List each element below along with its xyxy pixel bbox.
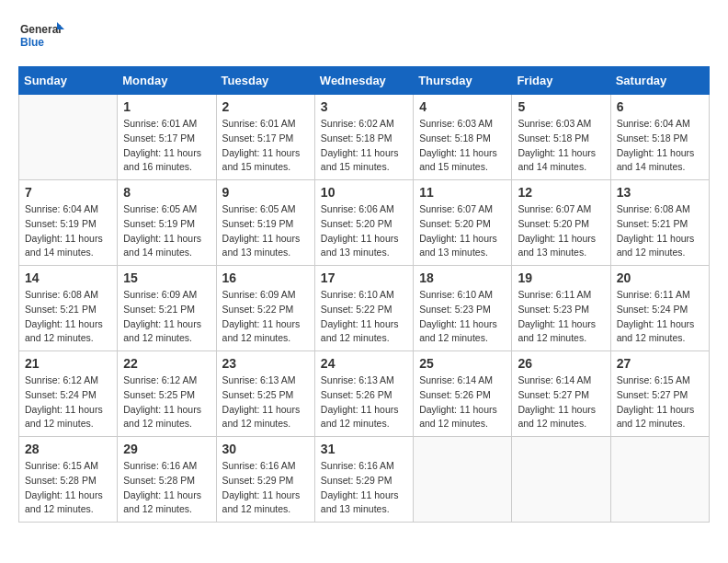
calendar-cell: 1 Sunrise: 6:01 AM Sunset: 5:17 PM Dayli… xyxy=(118,95,216,180)
calendar-cell xyxy=(414,437,512,523)
weekday-header-friday: Friday xyxy=(512,67,610,95)
calendar-week-1: 1 Sunrise: 6:01 AM Sunset: 5:17 PM Dayli… xyxy=(19,95,710,180)
day-info: Sunrise: 6:13 AM Sunset: 5:26 PM Dayligh… xyxy=(321,373,407,431)
day-number: 8 xyxy=(123,185,210,200)
day-info: Sunrise: 6:02 AM Sunset: 5:18 PM Dayligh… xyxy=(321,117,407,175)
day-number: 12 xyxy=(518,185,604,200)
weekday-header-row: SundayMondayTuesdayWednesdayThursdayFrid… xyxy=(19,67,710,95)
calendar-cell: 4 Sunrise: 6:03 AM Sunset: 5:18 PM Dayli… xyxy=(414,95,512,180)
calendar-header: SundayMondayTuesdayWednesdayThursdayFrid… xyxy=(19,67,710,95)
page-header: General Blue xyxy=(18,18,710,57)
day-number: 19 xyxy=(518,270,604,285)
day-info: Sunrise: 6:04 AM Sunset: 5:18 PM Dayligh… xyxy=(617,117,703,175)
day-info: Sunrise: 6:03 AM Sunset: 5:18 PM Dayligh… xyxy=(518,117,604,175)
logo-svg: General Blue xyxy=(18,18,64,57)
day-number: 7 xyxy=(25,185,111,200)
day-info: Sunrise: 6:06 AM Sunset: 5:20 PM Dayligh… xyxy=(321,202,407,260)
day-info: Sunrise: 6:12 AM Sunset: 5:24 PM Dayligh… xyxy=(25,373,111,431)
day-number: 6 xyxy=(617,99,703,114)
day-number: 9 xyxy=(222,185,309,200)
day-info: Sunrise: 6:01 AM Sunset: 5:17 PM Dayligh… xyxy=(123,117,210,175)
day-info: Sunrise: 6:05 AM Sunset: 5:19 PM Dayligh… xyxy=(123,202,210,260)
day-info: Sunrise: 6:13 AM Sunset: 5:25 PM Dayligh… xyxy=(222,373,309,431)
weekday-header-saturday: Saturday xyxy=(610,67,709,95)
svg-text:General: General xyxy=(20,23,62,36)
calendar-cell: 18 Sunrise: 6:10 AM Sunset: 5:23 PM Dayl… xyxy=(414,266,512,351)
day-info: Sunrise: 6:08 AM Sunset: 5:21 PM Dayligh… xyxy=(25,288,111,346)
day-number: 28 xyxy=(25,442,111,456)
calendar-cell xyxy=(512,437,610,523)
calendar-cell: 14 Sunrise: 6:08 AM Sunset: 5:21 PM Dayl… xyxy=(19,266,118,351)
day-number: 30 xyxy=(222,442,309,456)
calendar-cell: 19 Sunrise: 6:11 AM Sunset: 5:23 PM Dayl… xyxy=(512,266,610,351)
calendar-cell: 23 Sunrise: 6:13 AM Sunset: 5:25 PM Dayl… xyxy=(216,351,314,437)
day-info: Sunrise: 6:11 AM Sunset: 5:24 PM Dayligh… xyxy=(617,288,703,346)
day-info: Sunrise: 6:11 AM Sunset: 5:23 PM Dayligh… xyxy=(518,288,604,346)
calendar-cell: 21 Sunrise: 6:12 AM Sunset: 5:24 PM Dayl… xyxy=(19,351,118,437)
day-info: Sunrise: 6:08 AM Sunset: 5:21 PM Dayligh… xyxy=(617,202,703,260)
day-info: Sunrise: 6:09 AM Sunset: 5:21 PM Dayligh… xyxy=(123,288,210,346)
calendar-cell: 28 Sunrise: 6:15 AM Sunset: 5:28 PM Dayl… xyxy=(19,437,118,523)
day-info: Sunrise: 6:07 AM Sunset: 5:20 PM Dayligh… xyxy=(419,202,506,260)
day-info: Sunrise: 6:01 AM Sunset: 5:17 PM Dayligh… xyxy=(222,117,309,175)
day-number: 22 xyxy=(123,356,210,371)
calendar-cell: 13 Sunrise: 6:08 AM Sunset: 5:21 PM Dayl… xyxy=(610,180,709,266)
calendar-cell: 2 Sunrise: 6:01 AM Sunset: 5:17 PM Dayli… xyxy=(216,95,314,180)
logo: General Blue xyxy=(18,18,64,57)
svg-text:Blue: Blue xyxy=(20,36,44,49)
calendar-cell: 11 Sunrise: 6:07 AM Sunset: 5:20 PM Dayl… xyxy=(414,180,512,266)
day-info: Sunrise: 6:07 AM Sunset: 5:20 PM Dayligh… xyxy=(518,202,604,260)
day-number: 13 xyxy=(617,185,703,200)
day-info: Sunrise: 6:16 AM Sunset: 5:29 PM Dayligh… xyxy=(222,459,309,517)
day-number: 14 xyxy=(25,270,111,285)
calendar-cell: 8 Sunrise: 6:05 AM Sunset: 5:19 PM Dayli… xyxy=(118,180,216,266)
calendar-cell: 29 Sunrise: 6:16 AM Sunset: 5:28 PM Dayl… xyxy=(118,437,216,523)
day-number: 29 xyxy=(123,442,210,456)
day-number: 31 xyxy=(321,442,407,456)
day-number: 25 xyxy=(419,356,506,371)
day-number: 27 xyxy=(617,356,703,371)
day-info: Sunrise: 6:04 AM Sunset: 5:19 PM Dayligh… xyxy=(25,202,111,260)
day-number: 18 xyxy=(419,270,506,285)
weekday-header-sunday: Sunday xyxy=(19,67,118,95)
day-number: 15 xyxy=(123,270,210,285)
weekday-header-thursday: Thursday xyxy=(414,67,512,95)
weekday-header-monday: Monday xyxy=(118,67,216,95)
weekday-header-wednesday: Wednesday xyxy=(314,67,413,95)
calendar-cell xyxy=(19,95,118,180)
day-info: Sunrise: 6:15 AM Sunset: 5:27 PM Dayligh… xyxy=(617,373,703,431)
calendar-cell: 9 Sunrise: 6:05 AM Sunset: 5:19 PM Dayli… xyxy=(216,180,314,266)
day-info: Sunrise: 6:15 AM Sunset: 5:28 PM Dayligh… xyxy=(25,459,111,517)
day-info: Sunrise: 6:05 AM Sunset: 5:19 PM Dayligh… xyxy=(222,202,309,260)
day-number: 21 xyxy=(25,356,111,371)
calendar-cell: 30 Sunrise: 6:16 AM Sunset: 5:29 PM Dayl… xyxy=(216,437,314,523)
day-number: 20 xyxy=(617,270,703,285)
day-info: Sunrise: 6:14 AM Sunset: 5:27 PM Dayligh… xyxy=(518,373,604,431)
calendar-cell: 26 Sunrise: 6:14 AM Sunset: 5:27 PM Dayl… xyxy=(512,351,610,437)
day-info: Sunrise: 6:12 AM Sunset: 5:25 PM Dayligh… xyxy=(123,373,210,431)
day-number: 5 xyxy=(518,99,604,114)
calendar-cell: 6 Sunrise: 6:04 AM Sunset: 5:18 PM Dayli… xyxy=(610,95,709,180)
day-number: 26 xyxy=(518,356,604,371)
calendar-week-2: 7 Sunrise: 6:04 AM Sunset: 5:19 PM Dayli… xyxy=(19,180,710,266)
day-number: 10 xyxy=(321,185,407,200)
day-info: Sunrise: 6:09 AM Sunset: 5:22 PM Dayligh… xyxy=(222,288,309,346)
calendar-cell: 16 Sunrise: 6:09 AM Sunset: 5:22 PM Dayl… xyxy=(216,266,314,351)
calendar-cell: 27 Sunrise: 6:15 AM Sunset: 5:27 PM Dayl… xyxy=(610,351,709,437)
day-number: 1 xyxy=(123,99,210,114)
calendar-week-4: 21 Sunrise: 6:12 AM Sunset: 5:24 PM Dayl… xyxy=(19,351,710,437)
day-number: 23 xyxy=(222,356,309,371)
calendar-cell: 24 Sunrise: 6:13 AM Sunset: 5:26 PM Dayl… xyxy=(314,351,413,437)
day-number: 16 xyxy=(222,270,309,285)
calendar-body: 1 Sunrise: 6:01 AM Sunset: 5:17 PM Dayli… xyxy=(19,95,710,523)
calendar-table: SundayMondayTuesdayWednesdayThursdayFrid… xyxy=(18,66,710,523)
calendar-cell xyxy=(610,437,709,523)
calendar-cell: 22 Sunrise: 6:12 AM Sunset: 5:25 PM Dayl… xyxy=(118,351,216,437)
day-info: Sunrise: 6:03 AM Sunset: 5:18 PM Dayligh… xyxy=(419,117,506,175)
day-number: 17 xyxy=(321,270,407,285)
weekday-header-tuesday: Tuesday xyxy=(216,67,314,95)
calendar-cell: 20 Sunrise: 6:11 AM Sunset: 5:24 PM Dayl… xyxy=(610,266,709,351)
calendar-cell: 31 Sunrise: 6:16 AM Sunset: 5:29 PM Dayl… xyxy=(314,437,413,523)
calendar-cell: 12 Sunrise: 6:07 AM Sunset: 5:20 PM Dayl… xyxy=(512,180,610,266)
calendar-cell: 17 Sunrise: 6:10 AM Sunset: 5:22 PM Dayl… xyxy=(314,266,413,351)
